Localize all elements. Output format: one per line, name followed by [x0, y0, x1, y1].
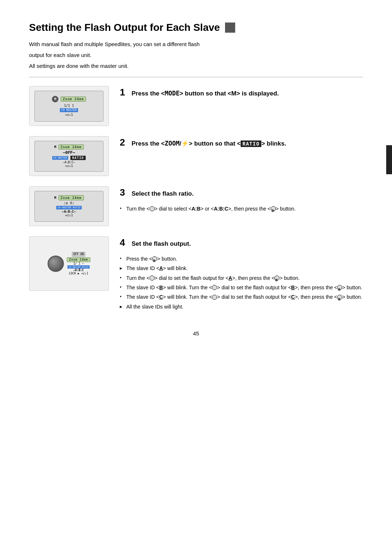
step-3-title: Select the flash ratio.	[131, 189, 193, 198]
step-3-header: 3 Select the flash ratio.	[120, 188, 363, 202]
step-4: OFF ON Zoom 24mm 1/ 1 – CH MASTER RATIO …	[29, 236, 363, 312]
step-3-content: 3 Select the flash ratio. Turn the <> di…	[120, 186, 363, 214]
select-icon-1	[271, 206, 276, 211]
step-3-device: M Zoom 24mm :o n̈: CH MASTER RATIO –A:B:…	[29, 186, 109, 226]
ab-label: A:B	[192, 206, 201, 212]
step-4-bullets: Press the <> button. The slave ID <A> wi…	[120, 255, 363, 311]
intro-line3: All settings are done with the master un…	[29, 62, 363, 70]
step-1-device: M Zoom 24mm 1/1 1 CH MASTER +z↓1	[29, 86, 109, 126]
step-3-bullets: Turn the <> dial to select <A:B> or <A:B…	[120, 205, 363, 213]
page-number: 45	[29, 330, 363, 336]
sel-icon-4c	[337, 285, 342, 290]
step-1-row2: 1/1 1	[64, 104, 74, 107]
step-4-bullet-1: Press the <> button.	[120, 255, 363, 263]
step-1-label: 1/1 1	[64, 104, 74, 107]
lcd-display-1: Zoom 24mm	[61, 97, 86, 102]
slave-a: A	[159, 265, 163, 271]
off-on-label: OFF ON	[72, 252, 85, 257]
step-3-ratio-display: :o n̈:	[64, 201, 74, 205]
step-2-abc: –A:B:C–	[63, 161, 75, 164]
dial-icon-4c	[212, 295, 217, 300]
step-4-abc2: –A:B:C	[73, 269, 84, 272]
section-title: Setting the Flash Output for Each Slave	[29, 22, 363, 33]
step-1-title-prefix: Press the <MODE> button so that <M> is d…	[131, 90, 279, 97]
ch-master-4: CH MASTER RATIO	[68, 265, 89, 269]
step-4-title: Set the flash output.	[131, 240, 191, 248]
sel-inner-4a	[153, 260, 155, 262]
page-num-text: 45	[193, 330, 199, 336]
page-content: Setting the Flash Output for Each Slave …	[29, 22, 363, 336]
divider	[29, 77, 363, 77]
slave-c: C	[159, 294, 163, 300]
title-decoration	[225, 23, 235, 33]
m-strong: M	[231, 90, 236, 97]
step-3-m: M	[54, 196, 56, 200]
step-1-number: 1	[120, 87, 125, 97]
lcd-4: Zoom 24mm	[67, 257, 90, 262]
step-1-title: Press the <MODE> button so that <M> is d…	[131, 89, 279, 98]
sidebar-marker	[386, 145, 392, 174]
step-4-device: OFF ON Zoom 24mm 1/ 1 – CH MASTER RATIO …	[29, 236, 109, 291]
zoom-code: ZOOM	[165, 140, 180, 147]
step-3-offset: +z↓1	[65, 213, 73, 217]
step-4-lock: LOCK ▶ +z↓1	[69, 272, 88, 275]
step-3-row3: CH MASTER RATIO	[56, 206, 81, 209]
step-3-bullet-1: Turn the <> dial to select <A:B> or <A:B…	[120, 205, 363, 213]
sel-icon-4a	[152, 256, 157, 261]
step-1-row1: M Zoom 24mm	[52, 96, 86, 102]
ch-master-3: CH MASTER RATIO	[56, 206, 81, 209]
step-4-top-row: OFF ON Zoom 24mm 1/ 1 – CH MASTER RATIO …	[48, 252, 90, 275]
step-3-abc-label: –A:B:C–	[62, 210, 76, 213]
slave-b: B	[159, 285, 163, 290]
lcd-display-2: Zoom 24mm	[58, 144, 84, 150]
slave-a2: A	[229, 275, 232, 281]
step-1-row3: CH MASTER	[60, 108, 78, 112]
step-2-m: M	[54, 145, 56, 149]
step-1: M Zoom 24mm 1/1 1 CH MASTER +z↓1 1 Press…	[29, 86, 363, 126]
step-2-screen: M Zoom 24mm –0FF– CH MASTER RATIO –A:B:C…	[34, 141, 103, 172]
step-4-bullet-4: The slave ID <B> will blink. Turn the <>…	[120, 283, 363, 291]
step-2-title: Press the <ZOOM/⚡> button so that <RATIO…	[131, 139, 286, 148]
step-2-offset: +z↓1	[65, 164, 73, 168]
step-4-bullet-6: All the slave IDs will light.	[120, 303, 363, 311]
dial-icon-1	[150, 206, 155, 211]
sel-inner-4d	[338, 298, 340, 301]
step-4-lcd-wrap: OFF ON Zoom 24mm 1/ 1 – CH MASTER RATIO …	[67, 252, 90, 275]
step-2: M Zoom 24mm –0FF– CH MASTER RATIO –A:B:C…	[29, 136, 363, 176]
step-2-content: 2 Press the <ZOOM/⚡> button so that <RAT…	[120, 136, 363, 155]
step-2-row1: M Zoom 24mm	[54, 144, 83, 150]
title-text: Setting the Flash Output for Each Slave	[29, 22, 220, 33]
step-3-number: 3	[120, 188, 125, 197]
step-4-number: 4	[120, 238, 125, 247]
mode-code: MODE	[165, 90, 180, 97]
step-4-bullet-5: The slave ID <C> will blink. Turn the <>…	[120, 293, 363, 301]
step-1-offset: +z↓1	[65, 113, 73, 117]
step-4-header: 4 Set the flash output.	[120, 238, 363, 252]
intro-line1: With manual flash and multiple Speedlite…	[29, 40, 363, 49]
dial-icon-4a	[150, 276, 155, 281]
sel-icon-4b	[274, 276, 279, 281]
dial-icon-4b	[212, 285, 217, 290]
master-badge-2: CH MASTER	[52, 156, 68, 160]
mode-icon: M	[52, 96, 58, 102]
dial-large	[48, 256, 64, 272]
step-2-row3: CH MASTER RATIO	[52, 156, 86, 160]
step-4-val: 1/ 1 –	[73, 262, 84, 265]
select-inner	[271, 209, 274, 212]
step-4-device-inner: OFF ON Zoom 24mm 1/ 1 – CH MASTER RATIO …	[29, 252, 109, 275]
master-badge: CH MASTER	[60, 108, 78, 112]
sel-icon-4d	[337, 295, 342, 300]
ratio-badge: RATIO	[70, 156, 86, 160]
ratio-inline: RATIO	[241, 140, 261, 147]
sel-inner-4b	[275, 279, 278, 281]
off-display: –0FF–	[63, 150, 75, 155]
step-2-header: 2 Press the <ZOOM/⚡> button so that <RAT…	[120, 138, 363, 152]
step-2-number: 2	[120, 138, 125, 147]
step-3-row1: M Zoom 24mm	[54, 195, 83, 200]
step-4-bullet-2: The slave ID <A> will blink.	[120, 264, 363, 272]
lcd-display-3: Zoom 24mm	[58, 195, 84, 200]
slave-c2: C	[291, 294, 295, 300]
intro-line2: output for each slave unit.	[29, 51, 363, 60]
abc-label: A:B:C	[214, 206, 228, 212]
step-3: M Zoom 24mm :o n̈: CH MASTER RATIO –A:B:…	[29, 186, 363, 226]
